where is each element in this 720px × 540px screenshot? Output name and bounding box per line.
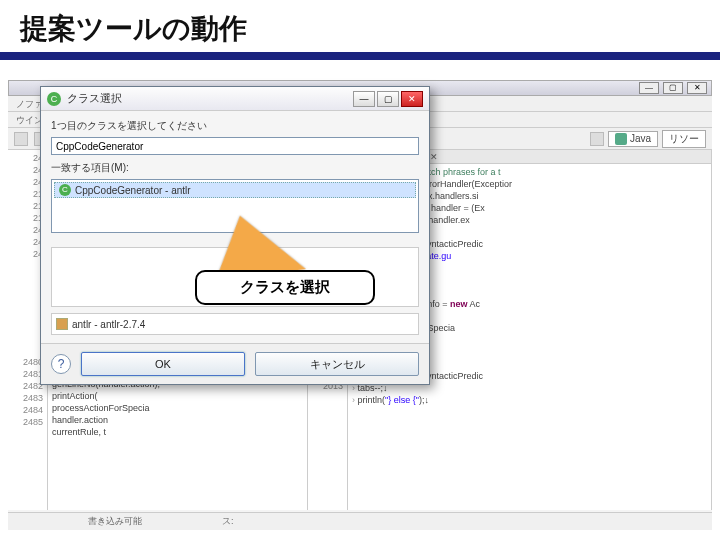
toolbar-icon[interactable] bbox=[14, 132, 28, 146]
package-indicator: antlr - antlr-2.7.4 bbox=[51, 313, 419, 335]
dialog-minimize-button[interactable]: — bbox=[353, 91, 375, 107]
cancel-button[interactable]: キャンセル bbox=[255, 352, 419, 376]
perspective-java[interactable]: Java bbox=[608, 131, 658, 147]
ide-statusbar: 書き込み可能 ス: bbox=[8, 512, 712, 530]
callout-bubble: クラスを選択 bbox=[195, 270, 375, 305]
java-icon bbox=[615, 133, 627, 145]
perspective-java-label: Java bbox=[630, 133, 651, 144]
help-button[interactable]: ? bbox=[51, 354, 71, 374]
match-items-label: 一致する項目(M): bbox=[51, 161, 419, 175]
title-underline bbox=[0, 52, 720, 60]
class-search-input[interactable] bbox=[51, 137, 419, 155]
dialog-window-controls: — ▢ ✕ bbox=[353, 91, 423, 107]
ide-close-button[interactable]: ✕ bbox=[687, 82, 707, 94]
callout-arrow-icon bbox=[210, 209, 306, 278]
dialog-close-button[interactable]: ✕ bbox=[401, 91, 423, 107]
dialog-instruction-label: 1つ目のクラスを選択してください bbox=[51, 119, 419, 133]
match-list-item-label: CppCodeGenerator - antlr bbox=[75, 185, 191, 196]
match-list-item[interactable]: C CppCodeGenerator - antlr bbox=[54, 182, 416, 198]
ide-minimize-button[interactable]: — bbox=[639, 82, 659, 94]
ide-window-controls: — ▢ ✕ bbox=[639, 82, 707, 94]
slide-title: 提案ツールの動作 bbox=[0, 0, 720, 52]
dialog-title: クラス選択 bbox=[67, 91, 353, 106]
perspective-switcher-icon[interactable] bbox=[590, 132, 604, 146]
package-label: antlr - antlr-2.7.4 bbox=[72, 319, 145, 330]
status-writable: 書き込み可能 bbox=[88, 515, 142, 528]
perspective-resource[interactable]: リソー bbox=[662, 130, 706, 148]
class-icon: C bbox=[59, 184, 71, 196]
dialog-maximize-button[interactable]: ▢ bbox=[377, 91, 399, 107]
package-icon bbox=[56, 318, 68, 330]
annotation-callout: クラスを選択 bbox=[195, 270, 375, 305]
dialog-titlebar[interactable]: C クラス選択 — ▢ ✕ bbox=[41, 87, 429, 111]
ok-button[interactable]: OK bbox=[81, 352, 245, 376]
status-insert: ス: bbox=[222, 515, 234, 528]
ide-maximize-button[interactable]: ▢ bbox=[663, 82, 683, 94]
class-icon: C bbox=[47, 92, 61, 106]
